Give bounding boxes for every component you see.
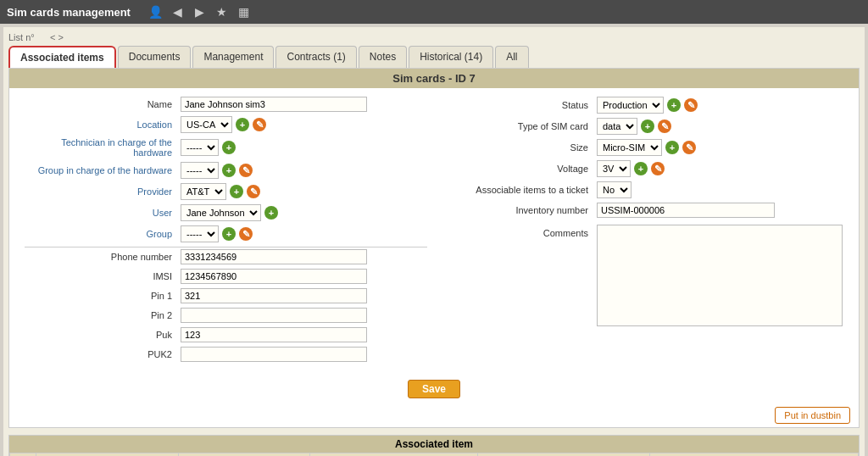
tabs-container: Associated items Documents Management Co… <box>8 46 860 68</box>
main-content: List n° < > Associated items Documents M… <box>3 27 865 456</box>
comments-label: Comments <box>441 228 593 238</box>
user-add-btn[interactable]: + <box>264 206 278 220</box>
tab-documents[interactable]: Documents <box>118 46 192 68</box>
assoc-table-title: Associated item <box>9 436 859 453</box>
voltage-select[interactable]: 3V <box>597 160 631 177</box>
status-label: Status <box>441 100 593 110</box>
status-edit-btn[interactable]: ✎ <box>684 98 698 112</box>
row-puk: Puk <box>25 327 427 342</box>
row-provider: Provider AT&T + ✎ <box>25 183 427 200</box>
row-group2: Group ----- + ✎ <box>25 225 427 242</box>
row-pin2: Pin 2 <box>25 308 427 323</box>
group-edit-btn[interactable]: ✎ <box>239 164 253 177</box>
row-phone: Phone number <box>25 249 427 264</box>
invnumber-label: Inventory number <box>441 205 593 215</box>
top-icons: 👤 ◀ ▶ ★ ▦ <box>147 3 253 20</box>
location-select[interactable]: US-CA <box>181 116 232 133</box>
arrow-left-icon[interactable]: ◀ <box>170 3 186 20</box>
assocticket-select[interactable]: No <box>597 181 632 198</box>
pin1-input[interactable] <box>181 288 367 303</box>
voltage-edit-btn[interactable]: ✎ <box>651 162 665 175</box>
list-nav: List n° < > <box>8 32 860 42</box>
form-container: Sim cards - ID 7 Name Location US-CA + ✎ <box>8 68 860 428</box>
row-size: Size Micro-SIM + ✎ <box>441 139 843 156</box>
row-voltage: Voltage 3V + ✎ <box>441 160 843 177</box>
phone-input[interactable] <box>181 249 367 264</box>
row-group: Group in charge of the hardware ----- + … <box>25 162 427 179</box>
status-select[interactable]: Production <box>597 97 664 114</box>
dustbin-row: Put in dustbin <box>9 403 859 427</box>
provider-edit-btn[interactable]: ✎ <box>247 185 260 198</box>
status-add-btn[interactable]: + <box>667 98 681 112</box>
simtype-select[interactable]: data <box>597 118 637 135</box>
row-status: Status Production + ✎ <box>441 97 843 114</box>
name-input[interactable] <box>181 97 367 112</box>
group2-select[interactable]: ----- <box>181 225 219 242</box>
puk2-input[interactable] <box>181 347 367 362</box>
simtype-add-btn[interactable]: + <box>641 120 654 133</box>
row-pin1: Pin 1 <box>25 288 427 303</box>
col-entity: Entity <box>178 453 309 457</box>
form-left: Name Location US-CA + ✎ Technician in ch… <box>18 93 434 370</box>
star-icon[interactable]: ★ <box>214 3 231 20</box>
user-label: User <box>25 208 177 218</box>
location-label: Location <box>25 120 177 130</box>
technician-label: Technician in charge of the hardware <box>25 137 177 158</box>
imsi-input[interactable] <box>181 269 367 284</box>
row-user: User Jane Johnson + <box>25 204 427 221</box>
row-puk2: PUK2 <box>25 347 427 362</box>
group2-add-btn[interactable]: + <box>222 227 236 241</box>
associated-table-container: Associated item Type Entity Name Serial … <box>8 435 860 456</box>
provider-add-btn[interactable]: + <box>230 185 243 198</box>
location-add-btn[interactable]: + <box>236 118 249 131</box>
col-name: Name <box>309 453 478 457</box>
col-inventory: Inventory Number <box>650 453 859 457</box>
group2-edit-btn[interactable]: ✎ <box>239 227 253 241</box>
row-invnumber: Inventory number <box>441 203 843 218</box>
list-nav-text: List n° < > <box>8 32 64 42</box>
action-row: Save <box>9 375 859 403</box>
invnumber-input[interactable] <box>597 203 775 218</box>
row-assocticket: Associable items to a ticket No <box>441 181 843 198</box>
comments-textarea[interactable] <box>597 225 843 326</box>
puk-label: Puk <box>25 330 177 340</box>
row-simtype: Type of SIM card data + ✎ <box>441 118 843 135</box>
location-edit-btn[interactable]: ✎ <box>253 118 266 131</box>
pin1-label: Pin 1 <box>25 291 177 301</box>
group-add-btn[interactable]: + <box>222 164 236 177</box>
provider-select[interactable]: AT&T <box>181 183 226 200</box>
technician-select[interactable]: ----- <box>181 139 219 156</box>
size-select[interactable]: Micro-SIM <box>597 139 662 156</box>
user-select[interactable]: Jane Johnson <box>181 204 261 221</box>
phone-label: Phone number <box>25 252 177 262</box>
provider-label: Provider <box>25 186 177 197</box>
size-label: Size <box>441 142 593 153</box>
simtype-edit-btn[interactable]: ✎ <box>658 120 671 133</box>
assocticket-label: Associable items to a ticket <box>441 185 593 195</box>
tab-management[interactable]: Management <box>192 46 274 68</box>
imsi-label: IMSI <box>25 271 177 281</box>
tab-historical[interactable]: Historical (14) <box>409 46 493 68</box>
person-icon[interactable]: 👤 <box>147 3 164 20</box>
form-body: Name Location US-CA + ✎ Technician in ch… <box>9 88 859 375</box>
row-comments: Comments <box>441 225 843 326</box>
pin2-input[interactable] <box>181 308 367 323</box>
tab-all[interactable]: All <box>495 46 528 68</box>
assoc-table: Type Entity Name Serial Number Inventory… <box>9 453 859 456</box>
voltage-add-btn[interactable]: + <box>634 162 648 175</box>
put-in-dustbin-button[interactable]: Put in dustbin <box>775 407 850 424</box>
tab-notes[interactable]: Notes <box>359 46 407 68</box>
group-select[interactable]: ----- <box>181 162 219 179</box>
save-button[interactable]: Save <box>408 380 460 398</box>
puk-input[interactable] <box>181 327 367 342</box>
col-serial: Serial Number <box>478 453 650 457</box>
tab-contracts[interactable]: Contracts (1) <box>275 46 356 68</box>
voltage-label: Voltage <box>441 164 593 174</box>
size-edit-btn[interactable]: ✎ <box>682 141 696 154</box>
size-add-btn[interactable]: + <box>665 141 679 154</box>
grid-icon[interactable]: ▦ <box>236 3 253 20</box>
arrow-right-icon[interactable]: ▶ <box>192 3 209 20</box>
technician-add-btn[interactable]: + <box>222 141 236 154</box>
tab-associated-items[interactable]: Associated items <box>8 46 116 68</box>
row-imsi: IMSI <box>25 269 427 284</box>
